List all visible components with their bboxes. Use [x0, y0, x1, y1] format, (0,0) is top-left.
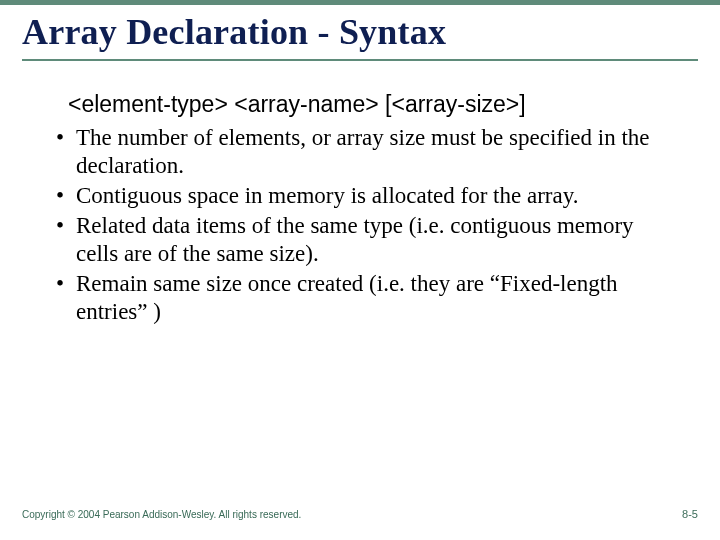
- title-region: Array Declaration - Syntax: [0, 5, 720, 63]
- list-item: Related data items of the same type (i.e…: [56, 212, 680, 268]
- syntax-line: <element-type> <array-name> [<array-size…: [68, 91, 680, 118]
- list-item: Contiguous space in memory is allocated …: [56, 182, 680, 210]
- content-region: <element-type> <array-name> [<array-size…: [0, 63, 720, 326]
- bullet-list: The number of elements, or array size mu…: [40, 124, 680, 326]
- title-underline: [22, 59, 698, 61]
- list-item: The number of elements, or array size mu…: [56, 124, 680, 180]
- page-number: 8-5: [682, 508, 698, 520]
- copyright-text: Copyright © 2004 Pearson Addison-Wesley.…: [22, 509, 301, 520]
- slide-title: Array Declaration - Syntax: [22, 11, 698, 53]
- list-item: Remain same size once created (i.e. they…: [56, 270, 680, 326]
- footer: Copyright © 2004 Pearson Addison-Wesley.…: [0, 508, 720, 520]
